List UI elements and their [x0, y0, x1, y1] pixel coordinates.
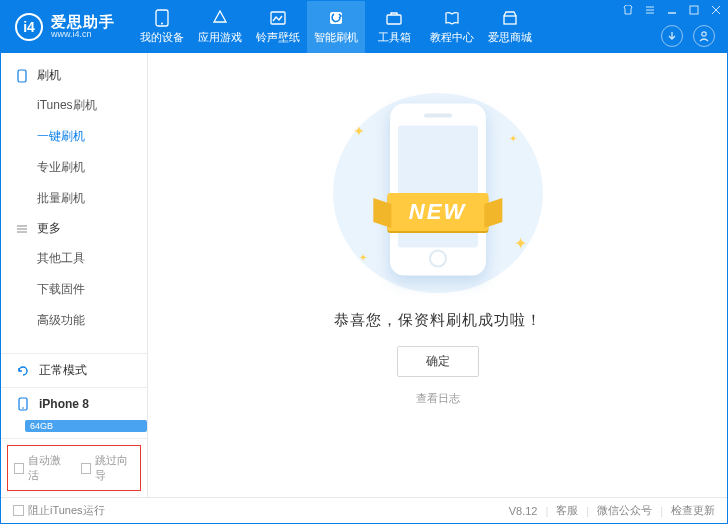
download-button[interactable]	[661, 25, 683, 47]
auto-activate-checkbox[interactable]: 自动激活	[14, 453, 67, 483]
view-log-link[interactable]: 查看日志	[416, 391, 460, 406]
svg-rect-5	[504, 16, 516, 24]
maximize-button[interactable]	[683, 1, 705, 19]
store-icon	[501, 9, 519, 27]
group-label: 更多	[37, 220, 61, 237]
window-controls	[617, 1, 727, 19]
footer-right: V8.12 | 客服 | 微信公众号 | 检查更新	[509, 503, 715, 518]
nav-label: 我的设备	[140, 30, 184, 45]
header: i4 爱思助手 www.i4.cn 我的设备 应用游戏	[1, 1, 727, 53]
mode-label: 正常模式	[39, 362, 87, 379]
nav-toolbox[interactable]: 工具箱	[365, 1, 423, 53]
logo-text: 爱思助手 www.i4.cn	[51, 14, 115, 40]
list-icon	[15, 222, 29, 236]
logo-icon: i4	[15, 13, 43, 41]
nav-label: 应用游戏	[198, 30, 242, 45]
block-itunes-checkbox[interactable]: 阻止iTunes运行	[13, 503, 105, 518]
nav-label: 铃声壁纸	[256, 30, 300, 45]
wallpaper-icon	[269, 9, 287, 27]
logo[interactable]: i4 爱思助手 www.i4.cn	[1, 13, 125, 41]
user-button[interactable]	[693, 25, 715, 47]
skip-guide-checkbox[interactable]: 跳过向导	[81, 453, 134, 483]
ok-button[interactable]: 确定	[397, 346, 479, 377]
checkbox-label: 跳过向导	[95, 453, 134, 483]
svg-point-1	[161, 23, 163, 25]
brand-site: www.i4.cn	[51, 30, 115, 40]
brand-name: 爱思助手	[51, 14, 115, 31]
wechat-link[interactable]: 微信公众号	[597, 503, 652, 518]
skin-button[interactable]	[617, 1, 639, 19]
checkbox-icon	[81, 463, 91, 474]
ribbon-text: NEW	[387, 193, 488, 231]
nav-store[interactable]: 爱思商城	[481, 1, 539, 53]
update-link[interactable]: 检查更新	[671, 503, 715, 518]
success-illustration: ✦ ✦ ✦ ✦ NEW	[333, 93, 543, 293]
phone-icon	[15, 69, 29, 83]
footer: 阻止iTunes运行 V8.12 | 客服 | 微信公众号 | 检查更新	[1, 497, 727, 523]
sidebar: 刷机 iTunes刷机 一键刷机 专业刷机 批量刷机 更多 其他工具 下载固件 …	[1, 53, 148, 497]
header-right	[661, 25, 715, 47]
svg-rect-2	[271, 12, 285, 24]
close-button[interactable]	[705, 1, 727, 19]
main-content: ✦ ✦ ✦ ✦ NEW 恭喜您，保资料刷机成功啦！ 确定 查看日志	[148, 53, 727, 497]
sidebar-item-other-tools[interactable]: 其他工具	[1, 243, 147, 274]
sidebar-group-more: 更多	[1, 214, 147, 243]
checkbox-icon	[13, 505, 24, 516]
checkbox-label: 自动激活	[28, 453, 67, 483]
svg-point-19	[22, 407, 24, 409]
nav-label: 工具箱	[378, 30, 411, 45]
book-icon	[443, 9, 461, 27]
support-link[interactable]: 客服	[556, 503, 578, 518]
refresh-icon	[15, 363, 31, 379]
phone-graphic	[390, 104, 486, 276]
sidebar-item-batch-flash[interactable]: 批量刷机	[1, 183, 147, 214]
nav-label: 智能刷机	[314, 30, 358, 45]
nav-apps[interactable]: 应用游戏	[191, 1, 249, 53]
version-text: V8.12	[509, 505, 538, 517]
app-window: i4 爱思助手 www.i4.cn 我的设备 应用游戏	[0, 0, 728, 524]
body: 刷机 iTunes刷机 一键刷机 专业刷机 批量刷机 更多 其他工具 下载固件 …	[1, 53, 727, 497]
toolbox-icon	[385, 9, 403, 27]
nav-label: 爱思商城	[488, 30, 532, 45]
device-mode[interactable]: 正常模式	[1, 354, 147, 388]
svg-rect-10	[690, 6, 698, 14]
sidebar-scroll: 刷机 iTunes刷机 一键刷机 专业刷机 批量刷机 更多 其他工具 下载固件 …	[1, 53, 147, 353]
phone-icon	[153, 9, 171, 27]
nav-label: 教程中心	[430, 30, 474, 45]
sidebar-item-pro-flash[interactable]: 专业刷机	[1, 152, 147, 183]
apps-icon	[211, 9, 229, 27]
checkbox-label: 阻止iTunes运行	[28, 503, 105, 518]
device-icon	[15, 396, 31, 412]
flash-icon	[327, 9, 345, 27]
top-nav: 我的设备 应用游戏 铃声壁纸 智能刷机	[133, 1, 539, 53]
nav-ringtone[interactable]: 铃声壁纸	[249, 1, 307, 53]
sidebar-item-itunes-flash[interactable]: iTunes刷机	[1, 90, 147, 121]
device-name: iPhone 8	[39, 397, 89, 411]
checkbox-icon	[14, 463, 24, 474]
sidebar-item-download-firmware[interactable]: 下载固件	[1, 274, 147, 305]
group-label: 刷机	[37, 67, 61, 84]
sidebar-item-advanced[interactable]: 高级功能	[1, 305, 147, 336]
sidebar-bottom: 正常模式 iPhone 8 64GB 自动激活	[1, 353, 147, 497]
sidebar-group-flash: 刷机	[1, 61, 147, 90]
svg-point-13	[702, 32, 706, 36]
sidebar-item-oneclick-flash[interactable]: 一键刷机	[1, 121, 147, 152]
congrats-text: 恭喜您，保资料刷机成功啦！	[334, 311, 542, 330]
nav-flash[interactable]: 智能刷机	[307, 1, 365, 53]
menu-button[interactable]	[639, 1, 661, 19]
minimize-button[interactable]	[661, 1, 683, 19]
options-box: 自动激活 跳过向导	[7, 445, 141, 491]
svg-rect-14	[18, 70, 26, 82]
new-ribbon: NEW	[387, 193, 488, 231]
device-block[interactable]: iPhone 8 64GB	[1, 388, 147, 439]
svg-rect-4	[387, 15, 401, 24]
nav-my-device[interactable]: 我的设备	[133, 1, 191, 53]
nav-tutorial[interactable]: 教程中心	[423, 1, 481, 53]
storage-badge: 64GB	[25, 420, 147, 432]
